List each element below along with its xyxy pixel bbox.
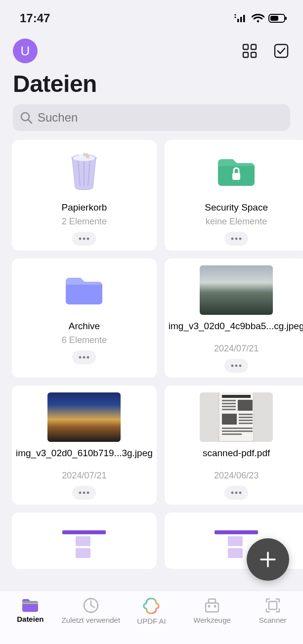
grid-item-file[interactable]: img_v3_02d0_610b719...3g.jpeg 2024/07/21 [12, 386, 157, 505]
svg-rect-56 [222, 430, 253, 432]
trash-icon [47, 147, 121, 196]
svg-point-33 [87, 356, 89, 358]
search-bar[interactable] [13, 104, 290, 131]
tab-scanner[interactable]: Scanner [242, 597, 303, 624]
grid-icon [242, 43, 257, 58]
more-button[interactable] [72, 232, 96, 246]
svg-rect-54 [239, 423, 253, 424]
header: U [0, 30, 303, 63]
search-icon [20, 111, 33, 124]
clock-icon [83, 597, 99, 614]
grid-item-file[interactable] [12, 513, 157, 569]
status-bar: 17:47 [0, 0, 303, 30]
svg-rect-13 [275, 44, 288, 57]
svg-point-0 [234, 14, 236, 15]
tab-label: Werkzeuge [193, 616, 231, 624]
more-button[interactable] [224, 232, 248, 246]
svg-rect-53 [239, 420, 253, 421]
svg-line-15 [29, 120, 32, 124]
ai-icon [142, 597, 160, 615]
more-button[interactable] [72, 486, 96, 500]
svg-line-72 [91, 605, 94, 607]
item-name: scanned-pdf.pdf [203, 445, 270, 468]
svg-point-5 [257, 20, 259, 22]
svg-rect-77 [206, 603, 218, 612]
svg-point-31 [79, 356, 82, 358]
svg-rect-45 [238, 400, 253, 411]
grid-item-file[interactable]: scanned-pdf.pdf 2024/06/23 [165, 386, 303, 505]
svg-rect-24 [232, 173, 240, 180]
svg-rect-55 [222, 428, 253, 429]
grid-item-trash[interactable]: Papierkorb 2 Elemente [12, 140, 157, 251]
svg-point-59 [235, 491, 238, 494]
item-sub: 2 Elemente [62, 216, 107, 227]
svg-rect-47 [222, 403, 236, 404]
select-button[interactable] [272, 42, 290, 60]
svg-rect-80 [214, 605, 216, 607]
svg-rect-48 [222, 406, 236, 407]
avatar-letter: U [21, 43, 30, 59]
item-name: img_v3_02d0_4c9bba5...cg.jpeg [169, 318, 303, 341]
avatar[interactable]: U [13, 39, 38, 63]
grid-item-file[interactable]: img_v3_02d0_4c9bba5...cg.jpeg 2024/07/21 [165, 258, 303, 378]
svg-point-42 [87, 491, 89, 494]
tab-tools[interactable]: Werkzeuge [182, 597, 243, 624]
item-name: Papierkorb [61, 199, 107, 214]
item-sub: 2024/07/21 [214, 343, 259, 354]
tab-label: Dateien [17, 615, 43, 623]
status-indicators [234, 13, 287, 23]
cellular-icon [234, 13, 248, 23]
item-sub: 2024/07/21 [62, 471, 106, 481]
svg-rect-12 [251, 52, 256, 57]
more-button[interactable] [72, 350, 96, 364]
toolbox-icon [204, 597, 220, 614]
tab-files[interactable]: Dateien [0, 597, 61, 623]
item-name: Security Space [205, 199, 268, 214]
svg-rect-79 [208, 605, 210, 607]
svg-rect-81 [269, 601, 277, 609]
grid-item-archive[interactable]: Archive 6 Elemente [12, 258, 157, 378]
svg-rect-44 [222, 395, 251, 398]
item-name: img_v3_02d0_610b719...3g.jpeg [16, 445, 153, 468]
svg-point-27 [239, 237, 242, 240]
add-button[interactable] [247, 538, 289, 581]
svg-point-36 [239, 364, 242, 367]
svg-point-23 [87, 237, 89, 240]
more-button[interactable] [224, 486, 248, 500]
plus-icon [258, 550, 278, 569]
svg-rect-46 [222, 400, 236, 401]
grid-item-security[interactable]: Security Space keine Elemente [165, 140, 303, 251]
item-sub: 2024/06/23 [214, 471, 259, 481]
svg-point-17 [73, 155, 95, 161]
svg-point-58 [231, 491, 234, 494]
wifi-icon [252, 13, 264, 23]
image-thumbnail [200, 265, 273, 315]
tab-ai[interactable]: UPDF AI [121, 597, 182, 625]
svg-point-1 [234, 16, 236, 18]
svg-rect-7 [285, 17, 287, 20]
tab-bar: Dateien Zuletzt verwendet UPDF AI Werk [0, 591, 303, 644]
svg-rect-49 [222, 409, 236, 410]
image-thumbnail [47, 392, 121, 442]
folder-icon [21, 597, 39, 613]
svg-point-25 [231, 237, 234, 240]
svg-rect-10 [251, 44, 256, 49]
folder-lock-icon [200, 147, 273, 196]
svg-rect-50 [222, 414, 237, 425]
tab-label: UPDF AI [137, 617, 166, 625]
svg-point-32 [83, 356, 86, 358]
files-grid: Papierkorb 2 Elemente Security Space kei… [0, 140, 303, 569]
svg-rect-20 [86, 155, 90, 159]
grid-view-button[interactable] [241, 42, 259, 60]
svg-point-40 [79, 491, 82, 494]
tab-recent[interactable]: Zuletzt verwendet [61, 597, 122, 624]
svg-point-75 [90, 611, 91, 613]
more-button[interactable] [224, 359, 248, 373]
document-thumbnail [59, 519, 109, 569]
svg-rect-78 [209, 599, 216, 603]
tab-label: Zuletzt verwendet [62, 616, 120, 624]
search-input[interactable] [38, 111, 283, 125]
scanner-icon [264, 597, 281, 614]
svg-point-74 [96, 605, 98, 606]
svg-point-60 [239, 491, 242, 494]
